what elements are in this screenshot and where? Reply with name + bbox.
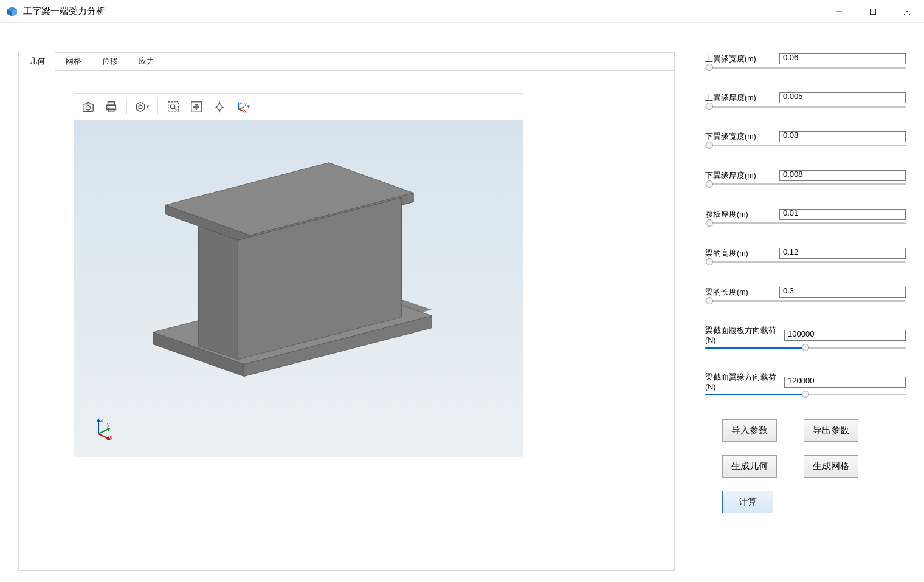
zoom-region-icon[interactable] [163, 97, 184, 117]
close-button[interactable] [890, 0, 924, 23]
svg-point-13 [139, 105, 142, 109]
param-beam-length: 梁的长度(m) 0.3 [705, 287, 906, 309]
axis-triad: z y x [92, 416, 117, 440]
tab-displacement[interactable]: 位移 [92, 52, 128, 71]
axes-icon[interactable]: Z Y X ▼ [232, 97, 253, 117]
slider-bottom-flange-thick[interactable] [705, 181, 906, 192]
svg-text:z: z [100, 417, 103, 423]
svg-rect-14 [168, 101, 179, 112]
svg-line-22 [238, 109, 244, 111]
svg-rect-4 [871, 9, 876, 14]
generate-mesh-button[interactable]: 生成网格 [804, 455, 858, 478]
export-params-button[interactable]: 导出参数 [804, 419, 858, 442]
input-load-web[interactable]: 100000 [784, 330, 906, 341]
svg-line-16 [174, 108, 177, 110]
input-bottom-flange-width[interactable]: 0.08 [779, 131, 906, 142]
slider-top-flange-thick[interactable] [705, 103, 906, 114]
input-load-flange[interactable]: 120000 [784, 377, 906, 388]
compute-button[interactable]: 计算 [722, 491, 773, 513]
svg-text:x: x [109, 434, 112, 440]
slider-beam-length[interactable] [705, 298, 906, 309]
svg-line-44 [98, 434, 108, 439]
slider-load-flange[interactable] [705, 391, 906, 402]
svg-marker-32 [199, 226, 238, 359]
slider-bottom-flange-width[interactable] [705, 142, 906, 153]
svg-marker-12 [136, 102, 144, 111]
print-icon[interactable] [101, 97, 122, 117]
tab-stress[interactable]: 应力 [128, 52, 165, 71]
input-beam-length[interactable]: 0.3 [779, 287, 906, 298]
svg-text:Z: Z [240, 100, 242, 104]
input-web-thick[interactable]: 0.01 [779, 209, 906, 220]
generate-geometry-button[interactable]: 生成几何 [722, 455, 777, 478]
svg-line-41 [98, 429, 108, 434]
slider-top-flange-width[interactable] [705, 64, 906, 75]
input-top-flange-width[interactable]: 0.06 [779, 53, 906, 64]
app-icon [6, 5, 18, 18]
fit-view-icon[interactable] [186, 97, 207, 117]
param-top-flange-thick: 上翼缘厚度(m) 0.005 [705, 92, 906, 114]
window-controls [822, 0, 924, 23]
parameter-panel: 上翼缘宽度(m) 0.06 上翼缘厚度(m) 0.005 下翼缘宽度(m) 0.… [675, 52, 906, 571]
param-bottom-flange-thick: 下翼缘厚度(m) 0.008 [705, 170, 906, 192]
svg-text:y: y [107, 422, 110, 428]
rotate-icon[interactable] [209, 97, 230, 117]
svg-point-8 [86, 105, 90, 109]
tabs: 几何 网格 位移 应力 [19, 52, 674, 71]
slider-load-web[interactable] [705, 344, 906, 355]
left-panel: 几何 网格 位移 应力 ▼ [18, 52, 675, 571]
maximize-button[interactable] [856, 0, 890, 23]
viewer-canvas[interactable]: z y x [74, 120, 523, 457]
input-beam-height[interactable]: 0.12 [779, 248, 906, 259]
param-bottom-flange-width: 下翼缘宽度(m) 0.08 [705, 131, 906, 153]
svg-rect-9 [108, 101, 115, 105]
viewer-toolbar: ▼ Z Y X [74, 94, 523, 120]
param-top-flange-width: 上翼缘宽度(m) 0.06 [705, 53, 906, 75]
minimize-button[interactable] [822, 0, 856, 23]
param-load-web: 梁截面腹板方向载荷(N) 100000 [705, 326, 906, 355]
input-top-flange-thick[interactable]: 0.005 [779, 92, 906, 103]
param-beam-height: 梁的高度(m) 0.12 [705, 248, 906, 270]
slider-beam-height[interactable] [705, 259, 906, 270]
nut-icon[interactable]: ▼ [132, 97, 153, 117]
svg-line-20 [238, 107, 244, 109]
svg-text:X: X [244, 109, 247, 114]
app-title: 工字梁一端受力分析 [23, 5, 105, 17]
tab-geometry[interactable]: 几何 [19, 52, 55, 71]
camera-icon[interactable] [78, 97, 98, 117]
slider-web-thick[interactable] [705, 220, 906, 231]
param-load-flange: 梁截面翼缘方向载荷(N) 120000 [705, 372, 906, 402]
titlebar: 工字梁一端受力分析 [0, 0, 924, 23]
svg-point-15 [170, 104, 174, 108]
viewer-3d[interactable]: ▼ Z Y X [74, 93, 523, 457]
input-bottom-flange-thick[interactable]: 0.008 [779, 170, 906, 181]
import-params-button[interactable]: 导入参数 [722, 419, 777, 442]
param-web-thick: 腹板厚度(m) 0.01 [705, 209, 906, 231]
tab-mesh[interactable]: 网格 [55, 52, 92, 71]
